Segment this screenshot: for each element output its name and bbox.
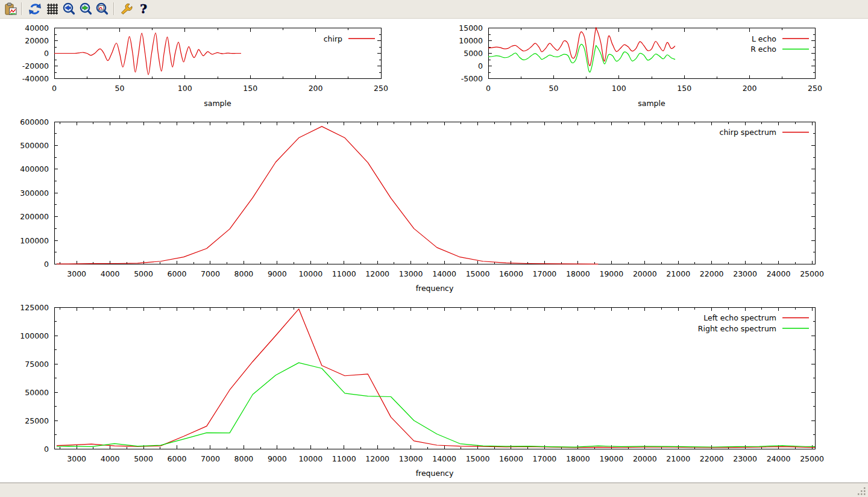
y-tick-label: -40000 — [22, 74, 49, 83]
x-tick-label: 50 — [549, 84, 558, 93]
x-tick-label: 23000 — [733, 454, 757, 463]
x-tick-label: 21000 — [666, 269, 690, 278]
x-tick-label: 4000 — [101, 269, 120, 278]
x-tick-label: 20000 — [633, 454, 657, 463]
x-axis-label: sample — [204, 99, 231, 108]
x-tick-label: 9000 — [268, 454, 287, 463]
y-tick-label: 100000 — [20, 236, 49, 245]
y-tick-label: 15000 — [459, 23, 483, 33]
zoom-previous-icon — [61, 2, 76, 16]
toolbar-separator — [21, 2, 22, 15]
y-tick-label: 100000 — [20, 331, 49, 340]
plot-echo-signals[interactable]: 050100150200250-5000050001000015000sampl… — [459, 23, 822, 108]
grid-icon — [45, 2, 60, 16]
x-tick-label: 8000 — [234, 269, 253, 278]
x-tick-label: 5000 — [134, 269, 153, 278]
x-tick-label: 200 — [743, 84, 757, 93]
x-tick-label: 250 — [374, 84, 388, 93]
x-tick-label: 150 — [677, 84, 691, 93]
autoscale-button[interactable] — [94, 1, 110, 17]
series-line-r-echo — [488, 44, 675, 72]
plot-area: 050100150200250-40000-2000002000040000sa… — [0, 19, 868, 483]
x-tick-label: 25000 — [800, 454, 824, 463]
x-tick-label: 16000 — [499, 454, 523, 463]
x-tick-label: 25000 — [800, 269, 824, 278]
grid-button[interactable] — [45, 1, 60, 17]
x-tick-label: 17000 — [533, 269, 557, 278]
legend-label: Left echo spectrum — [703, 313, 776, 322]
x-tick-label: 21000 — [666, 454, 690, 463]
config-icon — [119, 2, 134, 16]
x-tick-label: 10000 — [298, 269, 322, 278]
x-tick-label: 24000 — [767, 269, 791, 278]
x-tick-label: 17000 — [533, 454, 557, 463]
zoom-next-button[interactable] — [78, 1, 93, 17]
replot-button[interactable] — [27, 1, 43, 17]
x-tick-label: 12000 — [365, 454, 389, 463]
plot-canvas[interactable]: 050100150200250-40000-2000002000040000sa… — [0, 19, 868, 483]
x-tick-label: 11000 — [332, 269, 356, 278]
legend-label: chirp — [324, 34, 342, 43]
y-tick-label: 10000 — [459, 36, 483, 45]
copy-plot-button[interactable] — [3, 1, 19, 17]
x-tick-label: 18000 — [566, 269, 590, 278]
x-tick-label: 10000 — [298, 454, 322, 463]
gnuplot-window: ? 050100150200250-40000-2000002000040000… — [0, 0, 868, 497]
plot-chirp-signal[interactable]: 050100150200250-40000-2000002000040000sa… — [22, 23, 388, 108]
plot-echo-spectra[interactable]: 3000400050006000700080009000100001100012… — [20, 303, 824, 478]
toolbar: ? — [0, 0, 868, 19]
x-tick-label: 5000 — [134, 454, 153, 463]
x-tick-label: 18000 — [566, 454, 590, 463]
status-bar — [0, 483, 868, 497]
replot-icon — [28, 2, 42, 16]
x-axis-label: frequency — [416, 284, 454, 293]
copy-plot-icon — [4, 2, 18, 16]
x-tick-label: 13000 — [399, 454, 423, 463]
autoscale-icon — [95, 2, 109, 16]
x-tick-label: 6000 — [168, 269, 187, 278]
series-line-chirp-spectrum — [57, 127, 598, 264]
x-tick-label: 11000 — [332, 454, 356, 463]
x-tick-label: 15000 — [466, 269, 490, 278]
x-tick-label: 250 — [808, 84, 822, 93]
x-tick-label: 22000 — [700, 454, 724, 463]
axis-ticks — [54, 122, 815, 264]
resize-grip-icon[interactable] — [857, 487, 866, 496]
toolbar-separator — [113, 2, 115, 15]
y-tick-label: 600000 — [20, 117, 49, 127]
x-tick-label: 7000 — [201, 269, 220, 278]
x-tick-label: 19000 — [599, 269, 623, 278]
x-axis-label: frequency — [416, 469, 454, 478]
x-tick-label: 14000 — [432, 454, 456, 463]
help-icon: ? — [136, 2, 151, 16]
x-tick-label: 9000 — [268, 269, 287, 278]
axis-box — [54, 122, 815, 264]
x-tick-label: 8000 — [234, 454, 253, 463]
y-tick-label: 400000 — [20, 164, 49, 173]
x-tick-label: 24000 — [767, 454, 791, 463]
y-tick-label: 300000 — [20, 189, 49, 198]
series-line-chirp — [54, 33, 241, 75]
y-tick-label: 5000 — [464, 49, 483, 58]
help-glyph: ? — [140, 2, 147, 16]
x-tick-label: 19000 — [599, 454, 623, 463]
y-tick-label: 25000 — [25, 416, 49, 425]
zoom-previous-button[interactable] — [61, 1, 77, 17]
legend-label: R echo — [750, 45, 776, 54]
x-axis-label: sample — [638, 99, 665, 108]
plot-chirp-spectrum[interactable]: 3000400050006000700080009000100001100012… — [20, 117, 824, 293]
legend-label: Right echo spectrum — [698, 324, 776, 333]
x-tick-label: 12000 — [365, 269, 389, 278]
config-button[interactable] — [119, 1, 134, 17]
legend-label: L echo — [752, 34, 776, 43]
zoom-next-icon — [78, 2, 93, 16]
y-tick-label: 75000 — [25, 360, 49, 369]
help-button[interactable]: ? — [136, 1, 151, 17]
x-tick-label: 16000 — [499, 269, 523, 278]
x-tick-label: 100 — [612, 84, 626, 93]
y-tick-label: 0 — [44, 260, 49, 269]
legend-label: chirp spectrum — [720, 128, 776, 137]
x-tick-label: 4000 — [101, 454, 120, 463]
x-tick-label: 23000 — [733, 269, 757, 278]
x-tick-label: 200 — [309, 84, 323, 93]
